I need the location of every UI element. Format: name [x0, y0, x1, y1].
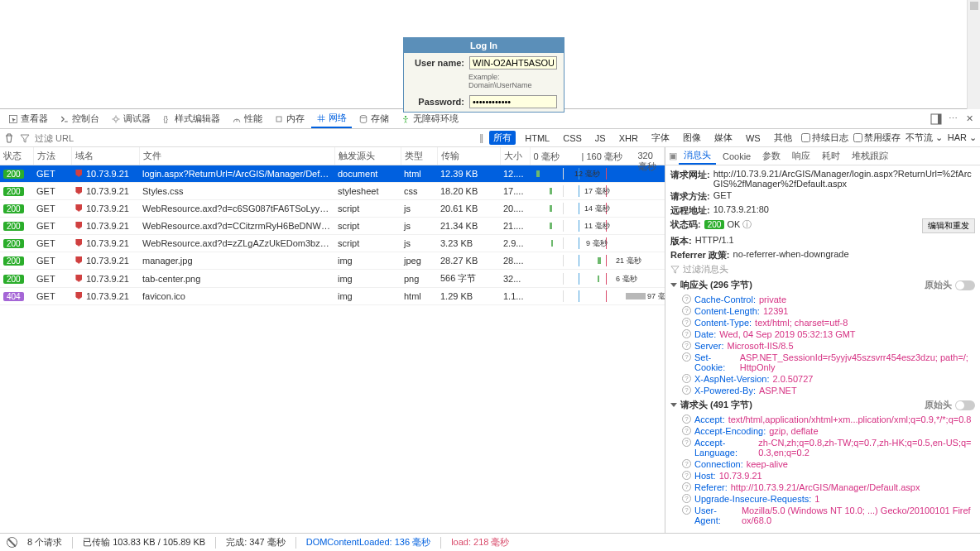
- header-row: ?Referer: http://10.73.9.21/ArcGIS/Manag…: [682, 482, 975, 492]
- header-row: ?Host: 10.73.9.21: [682, 471, 975, 481]
- header-row: ?Connection: keep-alive: [682, 459, 975, 469]
- table-row[interactable]: 200GET⛊10.73.9.21WebResource.axd?d=zZLgA…: [0, 235, 665, 252]
- filter-js[interactable]: JS: [591, 132, 610, 144]
- pause-icon[interactable]: ‖: [479, 132, 484, 143]
- header-row: ?Content-Type: text/html; charset=utf-8: [682, 318, 975, 328]
- raw-toggle[interactable]: [955, 280, 975, 290]
- tab-network[interactable]: 网络: [311, 109, 352, 128]
- filter-headers-input[interactable]: 过滤消息头: [683, 263, 728, 276]
- filter-all[interactable]: 所有: [489, 131, 516, 145]
- tab-performance[interactable]: 性能: [227, 110, 267, 127]
- col-status[interactable]: 状态: [0, 147, 33, 165]
- header-row: ?Accept-Language: zh-CN,zh;q=0.8,zh-TW;q…: [682, 438, 975, 458]
- filter-img[interactable]: 图像: [679, 131, 705, 145]
- network-table-panel: 状态 方法 域名 文件 触发源头 类型 传输 大小 0 毫秒 | 160 毫秒: [0, 147, 665, 533]
- sb-dcl: DOMContentLoaded: 136 毫秒: [306, 536, 430, 549]
- header-row: ?X-Powered-By: ASP.NET: [682, 386, 975, 395]
- throttle-select[interactable]: 不节流 ⌄: [906, 132, 943, 144]
- username-label: User name:: [411, 58, 464, 68]
- raw-toggle[interactable]: [955, 400, 975, 410]
- learn-more-icon[interactable]: ⓘ: [742, 219, 752, 229]
- tab-accessibility[interactable]: 无障碍环境: [396, 110, 464, 127]
- login-form: Log In User name: Example: Domain\UserNa…: [403, 37, 564, 113]
- col-method[interactable]: 方法: [33, 147, 71, 165]
- col-transferred[interactable]: 传输: [437, 147, 500, 165]
- header-row: ?User-Agent: Mozilla/5.0 (Windows NT 10.…: [682, 505, 975, 525]
- tab-style[interactable]: {}样式编辑器: [157, 110, 225, 127]
- filter-other[interactable]: 其他: [770, 131, 796, 145]
- header-row: ?Content-Length: 12391: [682, 306, 975, 316]
- persist-logs[interactable]: 持续日志: [801, 132, 848, 144]
- header-row: ?Set-Cookie: ASP.NET_SessionId=r5yyjv45s…: [682, 352, 975, 372]
- sb-finish: 完成: 347 毫秒: [226, 536, 286, 549]
- svg-rect-3: [276, 117, 281, 122]
- username-input[interactable]: [469, 56, 557, 69]
- request-headers-section[interactable]: 请求头 (491 字节)原始头: [670, 399, 975, 411]
- tab-inspector[interactable]: 查看器: [3, 110, 53, 127]
- table-row[interactable]: 200GET⛊10.73.9.21WebResource.axd?d=c6SG0…: [0, 200, 665, 218]
- disable-cache[interactable]: 禁用缓存: [853, 132, 901, 144]
- network-table: 状态 方法 域名 文件 触发源头 类型 传输 大小 0 毫秒 | 160 毫秒: [0, 147, 665, 305]
- table-row[interactable]: 200GET⛊10.73.9.21WebResource.axd?d=CCitz…: [0, 218, 665, 235]
- header-row: ?Cache-Control: private: [682, 295, 975, 304]
- detail-tab-timings[interactable]: 耗时: [817, 148, 845, 164]
- svg-text:{}: {}: [164, 116, 169, 123]
- table-row[interactable]: 200GET⛊10.73.9.21Styles.cssstylesheetcss…: [0, 183, 665, 200]
- edit-resend-button[interactable]: 编辑和重发: [922, 218, 975, 233]
- detail-tab-params[interactable]: 参数: [757, 148, 785, 164]
- filter-xhr[interactable]: XHR: [615, 132, 642, 144]
- sb-load: load: 218 毫秒: [451, 536, 509, 549]
- page-scrollbar[interactable]: [967, 0, 980, 109]
- filter-media[interactable]: 媒体: [710, 131, 737, 145]
- filter-icon[interactable]: [20, 133, 30, 143]
- dock-side-icon[interactable]: [929, 112, 944, 127]
- tab-memory[interactable]: 内存: [269, 110, 310, 127]
- header-row: ?Accept: text/html,application/xhtml+xm.…: [682, 414, 975, 424]
- sb-transferred: 已传输 103.83 KB / 105.89 KB: [83, 536, 205, 549]
- col-initiator[interactable]: 触发源头: [334, 147, 401, 165]
- col-size[interactable]: 大小: [500, 147, 530, 165]
- table-row[interactable]: 200GET⛊10.73.9.21tab-center.pngimgpng566…: [0, 270, 665, 288]
- tab-storage[interactable]: 存储: [353, 110, 394, 127]
- more-icon[interactable]: ⋯: [945, 112, 960, 127]
- table-row[interactable]: 404GET⛊10.73.9.21favicon.icoimghtml1.29 …: [0, 288, 665, 305]
- sb-requests: 8 个请求: [27, 536, 62, 549]
- filter-font[interactable]: 字体: [647, 131, 674, 145]
- header-row: ?Upgrade-Insecure-Requests: 1: [682, 494, 975, 504]
- close-icon[interactable]: ✕: [962, 112, 977, 127]
- col-waterfall[interactable]: 0 毫秒 | 160 毫秒 320 毫秒: [530, 147, 665, 165]
- clear-icon[interactable]: [3, 132, 15, 144]
- header-row: ?Server: Microsoft-IIS/8.5: [682, 341, 975, 351]
- devtools: 查看器 控制台 调试器 {}样式编辑器 性能 内存 网络 存储 无障碍环境 ⋯ …: [0, 109, 980, 551]
- filter-ws[interactable]: WS: [742, 132, 765, 144]
- password-label: Password:: [411, 97, 464, 107]
- detail-tab-response[interactable]: 响应: [787, 148, 815, 164]
- header-row: ?X-AspNet-Version: 2.0.50727: [682, 374, 975, 384]
- details-back-icon[interactable]: ▣: [669, 151, 677, 161]
- filter-html[interactable]: HTML: [521, 132, 554, 144]
- svg-point-4: [360, 115, 367, 117]
- login-title: Log In: [404, 38, 564, 53]
- username-example: Example: Domain\UserName: [404, 73, 564, 92]
- request-details-panel: ▣ 消息头 Cookie 参数 响应 耗时 堆栈跟踪 请求网址:http://1…: [665, 147, 980, 533]
- tab-console[interactable]: 控制台: [55, 110, 104, 127]
- no-throttle-icon[interactable]: [7, 537, 17, 548]
- response-headers-section[interactable]: 响应头 (296 字节)原始头: [670, 279, 975, 291]
- header-row: ?Accept-Encoding: gzip, deflate: [682, 426, 975, 436]
- col-file[interactable]: 文件: [139, 147, 334, 165]
- detail-tab-cookies[interactable]: Cookie: [718, 150, 756, 163]
- col-type[interactable]: 类型: [401, 147, 437, 165]
- password-input[interactable]: [469, 95, 557, 108]
- table-row[interactable]: 200GET⛊10.73.9.21login.aspx?ReturnUrl=/A…: [0, 165, 665, 183]
- detail-tab-stack[interactable]: 堆栈跟踪: [847, 148, 893, 164]
- har-menu[interactable]: HAR ⌄: [948, 132, 977, 143]
- col-domain[interactable]: 域名: [71, 147, 139, 165]
- detail-tab-headers[interactable]: 消息头: [679, 147, 716, 165]
- svg-point-1: [114, 117, 118, 121]
- status-bar: 8 个请求 已传输 103.83 KB / 105.89 KB 完成: 347 …: [0, 533, 980, 551]
- svg-rect-7: [938, 114, 941, 124]
- filter-url-input[interactable]: [35, 133, 149, 143]
- filter-css[interactable]: CSS: [559, 132, 586, 144]
- table-row[interactable]: 200GET⛊10.73.9.21manager.jpgimgjpeg28.27…: [0, 252, 665, 270]
- tab-debugger[interactable]: 调试器: [106, 110, 156, 127]
